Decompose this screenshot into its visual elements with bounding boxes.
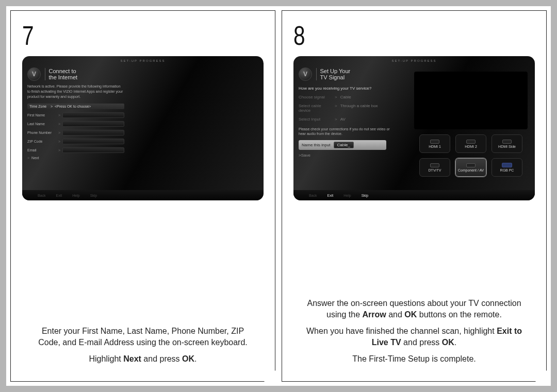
timezone-value: <Press OK to choose> [55,105,91,108]
tile-hdmi2[interactable]: HDMI 2 [455,134,486,153]
step-7-card: 7 SET-UP PROGRESS V Connect to the Inter… [10,10,275,382]
email-label: Email [27,148,56,152]
panel-title-line2: TV Signal [320,74,345,80]
tile-component-av[interactable]: Component / AV [455,158,486,177]
panel-title-line2: the Internet [48,74,77,80]
timezone-row[interactable]: Time Zone > <Press OK to choose> [27,104,124,109]
step-8-instr-p1: Answer the on-screen questions about you… [303,298,526,320]
coax-port-icon [430,163,439,167]
panel-title: Connect to the Internet [45,68,77,80]
back-button[interactable]: Back [309,194,317,197]
page: 7 SET-UP PROGRESS V Connect to the Inter… [6,6,551,386]
select-cable-label: Select cable device [299,104,332,113]
choose-signal-label: Choose signal [299,95,332,99]
help-button[interactable]: Help [72,194,79,197]
lastname-field[interactable] [62,121,124,127]
video-preview [414,72,528,129]
tile-hdmi-side[interactable]: HDMI Side [492,134,522,153]
select-input-row[interactable]: Select Input > AV [299,117,396,122]
skip-button[interactable]: Skip [90,194,97,197]
timezone-label: Time Zone [29,105,46,108]
chevron-right-icon: > [335,104,337,113]
vizio-logo-icon: V [299,67,312,81]
zip-field[interactable] [62,139,124,144]
save-link[interactable]: >Save [299,153,396,158]
chevron-right-icon: > [58,131,60,134]
step-8-number: 8 [293,20,482,51]
exit-button[interactable]: Exit [327,194,334,197]
lastname-label: Last Name [27,122,56,126]
panel-description: Network is active. Please provide the fo… [27,84,124,99]
setup-progress-header: SET-UP PROGRESS [293,59,535,62]
email-field[interactable] [62,147,124,153]
panel-title-line1: Connect to [48,68,76,74]
zip-row[interactable]: ZIP Code > [27,139,124,144]
step-8-card: 8 SET-UP PROGRESS V Set Up Your TV Signa… [282,10,547,382]
connect-internet-panel: V Connect to the Internet Network is act… [27,67,124,160]
name-input-row[interactable]: Name this input Cable_ [299,140,386,150]
choose-signal-value: Cable [340,95,351,99]
chevron-right-icon: > [335,117,337,122]
step-7-instructions: Enter your First Name, Last Name, Phone … [22,326,264,370]
setup-progress-header: SET-UP PROGRESS [22,59,264,62]
email-row[interactable]: Email > [27,147,124,153]
step-8-instr-p2: When you have finished the channel scan,… [303,326,526,348]
bottom-bar-right: Back Exit Help Skip [293,190,535,200]
check-connections-note: Please check your connections if you do … [299,127,396,136]
chevron-right-icon: > [335,95,337,99]
step-7-screenshot: SET-UP PROGRESS V Connect to the Interne… [22,56,264,200]
input-tiles: HDMI 1 HDMI 2 HDMI Side DTV/TV Component… [414,134,528,177]
lastname-row[interactable]: Last Name > [27,121,124,127]
step-8-instructions: Answer the on-screen questions about you… [293,298,535,370]
firstname-label: First Name [27,113,56,117]
signal-question: How are you receiving your TV service? [299,86,396,91]
name-input-value[interactable]: Cable_ [334,142,354,148]
phone-label: Phone Number [27,131,56,134]
next-row[interactable]: > Next [27,156,124,160]
firstname-row[interactable]: First Name > [27,112,124,118]
select-input-value: AV [340,117,346,122]
next-label: Next [31,156,39,160]
hdmi-port-icon [466,140,476,144]
exit-button[interactable]: Exit [56,194,62,197]
signal-panel: V Set Up Your TV Signal How are you rece… [299,67,396,158]
zip-label: ZIP Code [27,140,56,143]
select-cable-row[interactable]: Select cable device > Through a cable bo… [299,104,396,113]
chevron-right-icon: > [58,148,60,152]
component-port-icon [466,163,476,167]
back-button[interactable]: Back [38,194,46,197]
tile-hdmi1[interactable]: HDMI 1 [419,134,450,153]
chevron-right-icon: > [27,156,29,160]
step-7-number: 7 [22,20,210,51]
hdmi-port-icon [502,140,512,144]
panel-title-line1: Set Up Your [320,68,350,74]
chevron-right-icon: > [58,113,60,117]
tile-rgb-pc[interactable]: RGB PC [492,158,522,177]
select-input-label: Select Input [299,117,332,122]
skip-button[interactable]: Skip [362,194,369,197]
tile-dtv-tv[interactable]: DTV/TV [419,158,450,177]
select-cable-value: Through a cable box [340,104,378,113]
chevron-right-icon: > [58,140,60,143]
panel-title: Set Up Your TV Signal [316,68,350,80]
step-8-screenshot: SET-UP PROGRESS V Set Up Your TV Signal … [293,56,535,200]
step-7-instr-p1: Enter your First Name, Last Name, Phone … [31,326,254,348]
chevron-right-icon: > [58,122,60,126]
choose-signal-row[interactable]: Choose signal > Cable [299,95,396,99]
firstname-field[interactable] [62,112,124,118]
help-button[interactable]: Help [343,194,351,197]
step-7-instr-p2: Highlight Next and press OK. [31,353,254,365]
bottom-bar-left: Back Exit Help Skip [22,190,264,200]
name-input-label: Name this input [302,143,331,147]
phone-field[interactable] [62,130,124,135]
hdmi-port-icon [430,140,439,144]
phone-row[interactable]: Phone Number > [27,130,124,135]
step-8-instr-p3: The First-Time Setup is complete. [303,353,526,365]
vizio-logo-icon: V [27,67,41,81]
vga-port-icon [502,163,512,167]
